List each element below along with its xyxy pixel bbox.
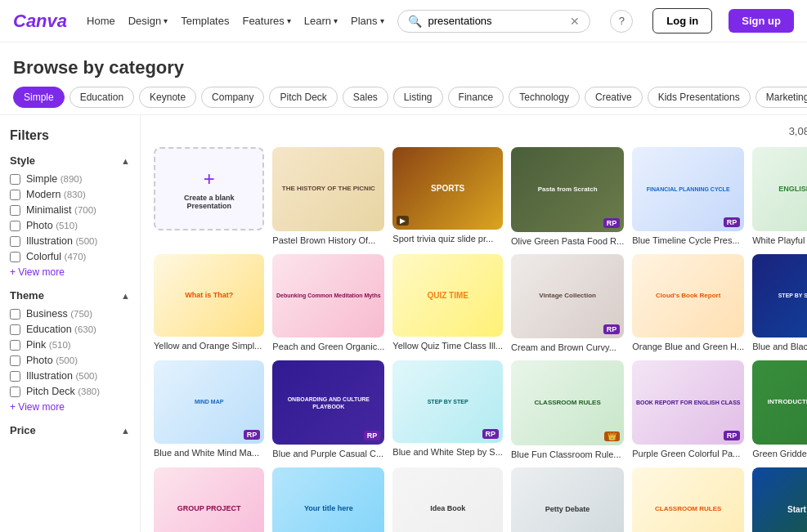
template-card-6[interactable]: What is That? Yellow and Orange Simpl... [154, 254, 264, 353]
help-button[interactable]: ? [610, 10, 633, 33]
filter-photo-theme[interactable]: Photo (500) [10, 355, 130, 366]
cat-technology[interactable]: Technology [509, 87, 580, 108]
template-card-13[interactable]: ONBOARDING AND CULTURE PLAYBOOK RP Blue … [272, 360, 384, 459]
template-card-19[interactable]: Your title here Light Blue and White Bol… [272, 467, 384, 532]
template-card-20[interactable]: Idea Book Papercraft Idea Book Bra... [392, 467, 503, 532]
template-card-15[interactable]: CLASSROOM RULES 👑 Blue Fun Classroom Rul… [511, 360, 624, 459]
filter-modern[interactable]: Modern (830) [10, 189, 130, 200]
create-blank-card[interactable]: + Create a blankPresentation [154, 147, 264, 246]
signup-button[interactable]: Sign up [729, 9, 794, 33]
template-name-1: Pastel Brown History Of... [272, 235, 384, 245]
cat-kids-presentations[interactable]: Kids Presentations [648, 87, 751, 108]
search-bar: 🔍 ✕ [397, 10, 591, 33]
template-name-6: Yellow and Orange Simpl... [154, 341, 264, 351]
template-name-8: Yellow Quiz Time Class Ill... [392, 341, 503, 351]
template-name-9: Cream and Brown Curvy... [511, 342, 624, 352]
template-name-5: White Playful English Cla... [752, 235, 807, 245]
template-card-16[interactable]: BOOK REPORT FOR ENGLISH CLASS RP Purple … [632, 360, 744, 459]
filter-modern-checkbox[interactable] [10, 190, 20, 200]
nav-plans[interactable]: Plans ▾ [351, 15, 384, 27]
template-card-7[interactable]: Debunking Common Meditation Myths Peach … [272, 254, 384, 353]
cat-keynote[interactable]: Keynote [139, 87, 196, 108]
category-tabs: Simple Education Keynote Company Pitch D… [0, 87, 807, 115]
filter-education-checkbox[interactable] [10, 324, 20, 335]
template-card-9[interactable]: Vintage Collection RP Cream and Brown Cu… [511, 254, 624, 353]
filter-illustration-theme-checkbox[interactable] [10, 371, 20, 382]
template-card-1[interactable]: THE HISTORY OF THE PICNIC Pastel Brown H… [272, 147, 384, 246]
template-card-2[interactable]: SPORTS ▶ Sport trivia quiz slide pr... [392, 147, 503, 246]
filter-photo[interactable]: Photo (510) [10, 220, 130, 231]
filter-minimalist-checkbox[interactable] [10, 205, 20, 216]
rp-badge: RP [482, 429, 500, 439]
cat-company[interactable]: Company [201, 87, 264, 108]
style-section-header: Style ▲ [10, 154, 130, 167]
cat-simple[interactable]: Simple [13, 87, 65, 108]
cat-listing[interactable]: Listing [393, 87, 443, 108]
filter-business-checkbox[interactable] [10, 309, 20, 320]
filter-pitch-deck-checkbox[interactable] [10, 387, 20, 397]
rp-badge: RP [364, 431, 381, 440]
filter-colorful-checkbox[interactable] [10, 252, 20, 262]
filter-colorful[interactable]: Colorful (470) [10, 251, 130, 262]
nav-home[interactable]: Home [87, 15, 115, 27]
template-name-3: Olive Green Pasta Food R... [511, 236, 624, 246]
template-card-11[interactable]: STEP BY STEP GUIDE RP Blue and Black Ste… [752, 254, 807, 353]
theme-section-label: Theme [10, 289, 44, 302]
filter-photo-checkbox[interactable] [10, 221, 20, 231]
template-card-22[interactable]: CLASSROOM RULES 👑 Floral Cute Classroom … [632, 467, 744, 532]
style-collapse-icon[interactable]: ▲ [121, 156, 130, 166]
template-card-14[interactable]: STEP BY STEP RP Blue and White Step by S… [392, 360, 503, 459]
template-card-18[interactable]: GROUP PROJECT 👑 Pink Illustration Group … [154, 467, 264, 532]
navbar: Canva Home Design ▾ Templates Features ▾… [0, 0, 807, 42]
play-badge: ▶ [397, 216, 409, 226]
filter-simple-checkbox[interactable] [10, 174, 20, 185]
nav-design[interactable]: Design ▾ [128, 15, 168, 27]
search-clear-icon[interactable]: ✕ [570, 15, 580, 28]
template-name-11: Blue and Black Step by St... [752, 342, 807, 351]
rp-badge: RP [724, 431, 741, 440]
filter-illustration[interactable]: Illustration (500) [10, 235, 130, 247]
nav-templates[interactable]: Templates [181, 15, 229, 27]
login-button[interactable]: Log in [652, 8, 712, 34]
main-content: Filters Style ▲ Simple (890) Modern (830… [0, 115, 807, 532]
filter-pink[interactable]: Pink (510) [10, 339, 130, 351]
filter-business[interactable]: Business (750) [10, 308, 130, 320]
cat-education[interactable]: Education [69, 87, 134, 108]
filter-pink-checkbox[interactable] [10, 340, 20, 351]
filter-minimalist[interactable]: Minimalist (700) [10, 204, 130, 216]
theme-view-more[interactable]: + View more [10, 401, 130, 413]
canva-logo[interactable]: Canva [13, 11, 67, 32]
template-card-3[interactable]: Pasta from Scratch RP Olive Green Pasta … [511, 147, 624, 246]
cat-finance[interactable]: Finance [448, 87, 504, 108]
search-icon: 🔍 [408, 15, 422, 28]
cat-sales[interactable]: Sales [343, 87, 388, 108]
style-view-more[interactable]: + View more [10, 266, 130, 278]
cat-creative[interactable]: Creative [585, 87, 643, 108]
rp-badge: RP [244, 430, 261, 440]
filter-education[interactable]: Education (630) [10, 324, 130, 335]
cat-marketing[interactable]: Marketing [755, 87, 807, 108]
plans-chevron-icon: ▾ [380, 16, 384, 25]
filter-illustration-theme[interactable]: Illustration (500) [10, 370, 130, 382]
filter-pitch-deck[interactable]: Pitch Deck (380) [10, 386, 130, 397]
template-card-4[interactable]: FINANCIAL PLANNING CYCLE RP Blue Timelin… [632, 147, 744, 246]
template-card-12[interactable]: MIND MAP RP Blue and White Mind Ma... [154, 360, 264, 459]
template-card-23[interactable]: Start It Up! Blue and Green Business ... [752, 467, 807, 532]
filter-illustration-checkbox[interactable] [10, 236, 20, 247]
template-card-17[interactable]: INTRODUCTION TO MAPS RP Green Gridded Ge… [752, 360, 807, 459]
filter-simple[interactable]: Simple (890) [10, 173, 130, 185]
theme-collapse-icon[interactable]: ▲ [121, 291, 130, 301]
template-card-5[interactable]: ENGLISH CLASS 👑 White Playful English Cl… [752, 147, 807, 246]
cat-pitch-deck[interactable]: Pitch Deck [269, 87, 337, 108]
filter-photo-theme-checkbox[interactable] [10, 355, 20, 366]
search-input[interactable] [428, 15, 564, 27]
template-name-7: Peach and Green Organic... [272, 342, 384, 351]
nav-learn[interactable]: Learn ▾ [304, 15, 338, 27]
nav-features[interactable]: Features ▾ [242, 15, 290, 27]
price-collapse-icon[interactable]: ▲ [121, 426, 130, 436]
filters-title: Filters [10, 128, 130, 143]
template-card-21[interactable]: Petty Debate Gray Blue and Black Digit..… [511, 467, 624, 532]
template-name-13: Blue and Purple Casual C... [272, 449, 384, 458]
template-card-10[interactable]: Cloud's Book Report Orange Blue and Gree… [632, 254, 744, 353]
template-card-8[interactable]: QUIZ TIME Yellow Quiz Time Class Ill... [392, 254, 503, 353]
